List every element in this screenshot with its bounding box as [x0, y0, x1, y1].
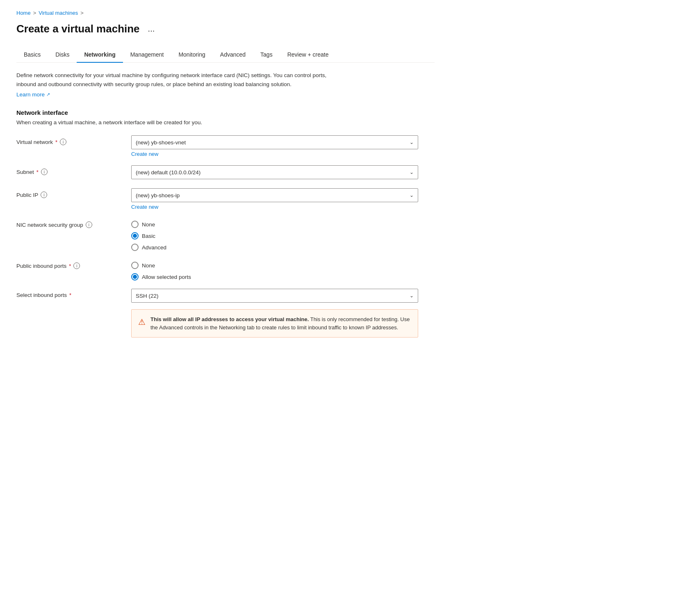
tab-monitoring[interactable]: Monitoring: [171, 47, 212, 63]
virtual-network-required: *: [55, 139, 57, 145]
select-inbound-ports-label: Select inbound ports *: [16, 289, 131, 298]
public-ip-control: (new) yb-shoes-ip ⌄ Create new: [131, 188, 418, 210]
inbound-none-radio[interactable]: [131, 262, 139, 269]
public-inbound-ports-label: Public inbound ports * i: [16, 259, 131, 269]
subnet-row: Subnet * i (new) default (10.0.0.0/24) ⌄: [16, 165, 435, 180]
virtual-network-dropdown[interactable]: (new) yb-shoes-vnet ⌄: [131, 135, 418, 149]
nic-security-none-radio[interactable]: [131, 221, 139, 228]
nic-security-group-control: None Basic Advanced: [131, 218, 418, 251]
tab-advanced[interactable]: Advanced: [213, 47, 253, 63]
nic-security-group-radio-group: None Basic Advanced: [131, 218, 418, 251]
nic-security-advanced-label: Advanced: [142, 244, 166, 251]
network-interface-section: Network interface When creating a virtua…: [16, 109, 435, 338]
subnet-chevron: ⌄: [410, 169, 414, 175]
select-inbound-ports-chevron: ⌄: [410, 293, 414, 299]
warning-box: ⚠ This will allow all IP addresses to ac…: [131, 309, 418, 338]
virtual-network-value: (new) yb-shoes-vnet: [136, 139, 186, 146]
inbound-none-option[interactable]: None: [131, 262, 418, 269]
select-inbound-ports-value: SSH (22): [136, 293, 159, 299]
tab-management[interactable]: Management: [123, 47, 171, 63]
public-ip-create-new[interactable]: Create new: [131, 204, 418, 210]
virtual-network-row: Virtual network * i (new) yb-shoes-vnet …: [16, 135, 435, 157]
public-inbound-radio-group: None Allow selected ports: [131, 259, 418, 281]
virtual-network-label: Virtual network * i: [16, 135, 131, 145]
public-ip-value: (new) yb-shoes-ip: [136, 192, 180, 198]
tab-networking[interactable]: Networking: [77, 47, 123, 63]
select-inbound-ports-row: Select inbound ports * SSH (22) ⌄ ⚠ This…: [16, 289, 435, 338]
nic-security-basic-option[interactable]: Basic: [131, 232, 418, 240]
external-link-icon: ↗: [46, 92, 50, 97]
public-inbound-required: *: [69, 263, 71, 269]
public-ip-dropdown[interactable]: (new) yb-shoes-ip ⌄: [131, 188, 418, 202]
inbound-allow-selected-option[interactable]: Allow selected ports: [131, 273, 418, 281]
public-ip-row: Public IP i (new) yb-shoes-ip ⌄ Create n…: [16, 188, 435, 210]
virtual-network-control: (new) yb-shoes-vnet ⌄ Create new: [131, 135, 418, 157]
inbound-allow-selected-radio[interactable]: [131, 273, 139, 281]
select-inbound-required: *: [69, 292, 71, 298]
warning-bold-text: This will allow all IP addresses to acce…: [150, 316, 309, 322]
breadcrumb: Home > Virtual machines >: [16, 10, 435, 16]
virtual-network-info-icon[interactable]: i: [60, 139, 66, 145]
tab-bar: Basics Disks Networking Management Monit…: [16, 47, 435, 63]
nic-security-group-row: NIC network security group i None Basic …: [16, 218, 435, 251]
nic-security-advanced-radio[interactable]: [131, 244, 139, 251]
public-inbound-ports-row: Public inbound ports * i None Allow sele…: [16, 259, 435, 281]
tab-tags[interactable]: Tags: [253, 47, 280, 63]
warning-text: This will allow all IP addresses to acce…: [150, 315, 411, 331]
subnet-label: Subnet * i: [16, 165, 131, 175]
public-inbound-ports-control: None Allow selected ports: [131, 259, 418, 281]
tab-review-create[interactable]: Review + create: [280, 47, 336, 63]
subnet-control: (new) default (10.0.0.0/24) ⌄: [131, 165, 418, 179]
subnet-value: (new) default (10.0.0.0/24): [136, 169, 200, 176]
subnet-dropdown[interactable]: (new) default (10.0.0.0/24) ⌄: [131, 165, 418, 179]
virtual-network-create-new[interactable]: Create new: [131, 151, 418, 157]
nic-security-group-info-icon[interactable]: i: [86, 221, 92, 228]
section-description: Define network connectivity for your vir…: [16, 71, 344, 89]
select-inbound-ports-control: SSH (22) ⌄ ⚠ This will allow all IP addr…: [131, 289, 418, 338]
nic-security-basic-radio[interactable]: [131, 232, 139, 240]
learn-more-text: Learn more: [16, 91, 45, 98]
breadcrumb-sep2: >: [80, 10, 84, 16]
page-title: Create a virtual machine: [16, 23, 140, 35]
warning-icon: ⚠: [138, 316, 146, 331]
nic-security-none-label: None: [142, 221, 155, 228]
nic-security-group-label: NIC network security group i: [16, 218, 131, 228]
nic-security-advanced-option[interactable]: Advanced: [131, 244, 418, 251]
public-ip-chevron: ⌄: [410, 192, 414, 198]
breadcrumb-vms[interactable]: Virtual machines: [39, 10, 78, 16]
page-title-row: Create a virtual machine ...: [16, 23, 435, 35]
public-inbound-info-icon[interactable]: i: [73, 262, 80, 269]
breadcrumb-home[interactable]: Home: [16, 10, 31, 16]
nic-security-basic-label: Basic: [142, 233, 155, 239]
ellipsis-button[interactable]: ...: [145, 23, 158, 35]
inbound-allow-selected-label: Allow selected ports: [142, 274, 191, 280]
public-ip-info-icon[interactable]: i: [41, 192, 47, 198]
tab-basics[interactable]: Basics: [16, 47, 48, 63]
learn-more-link[interactable]: Learn more ↗: [16, 91, 50, 98]
select-inbound-ports-dropdown[interactable]: SSH (22) ⌄: [131, 289, 418, 303]
section-title: Network interface: [16, 109, 435, 116]
public-ip-label: Public IP i: [16, 188, 131, 198]
virtual-network-chevron: ⌄: [410, 139, 414, 145]
subnet-info-icon[interactable]: i: [41, 169, 48, 175]
inbound-none-label: None: [142, 262, 155, 269]
breadcrumb-sep1: >: [33, 10, 36, 16]
subnet-required: *: [36, 169, 39, 175]
tab-disks[interactable]: Disks: [48, 47, 77, 63]
nic-security-none-option[interactable]: None: [131, 221, 418, 228]
section-subtitle: When creating a virtual machine, a netwo…: [16, 119, 435, 125]
